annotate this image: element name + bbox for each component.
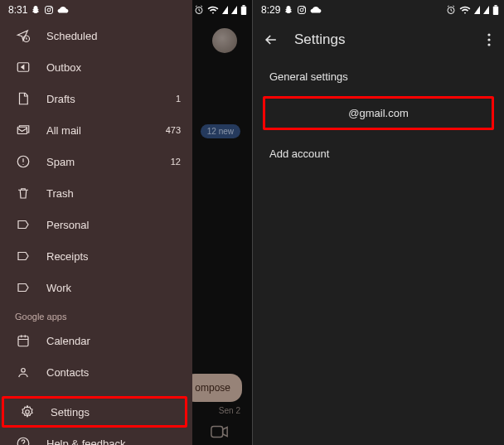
cloud-icon	[57, 6, 69, 14]
drawer-badge: 12	[171, 157, 181, 167]
alarm-icon	[446, 5, 456, 15]
svg-rect-6	[242, 5, 245, 7]
settings-account-email[interactable]: @gmail.com	[263, 96, 494, 130]
svg-point-12	[22, 369, 26, 373]
svg-point-21	[487, 33, 490, 36]
nav-drawer: Scheduled Outbox Drafts 1 All mail 473	[0, 0, 192, 445]
drawer-item-scheduled[interactable]: Scheduled	[0, 20, 192, 51]
gear-icon	[19, 404, 36, 419]
svg-point-23	[487, 43, 490, 46]
drawer-label: Settings	[51, 406, 173, 418]
drawer-item-drafts[interactable]: Drafts 1	[0, 83, 192, 114]
drawer-item-help[interactable]: Help & feedback	[0, 428, 192, 445]
phone-right: 8:29	[252, 0, 504, 445]
calendar-icon	[15, 333, 32, 348]
drawer-label: Outbox	[46, 61, 181, 74]
battery-icon	[492, 5, 499, 16]
help-icon	[15, 436, 32, 445]
drawer-item-spam[interactable]: Spam 12	[0, 146, 192, 177]
settings-label: @gmail.com	[348, 107, 408, 119]
trash-icon	[15, 186, 32, 201]
phone-left: 12 new ompose Sen 2 8:31	[0, 0, 252, 445]
svg-rect-19	[493, 6, 498, 14]
outbox-icon	[15, 60, 32, 75]
battery-icon	[240, 5, 247, 16]
wifi-icon	[207, 5, 219, 15]
drawer-label: Spam	[46, 156, 156, 168]
back-icon[interactable]	[263, 31, 279, 48]
spam-icon	[15, 154, 32, 169]
drawer-item-personal[interactable]: Personal	[0, 209, 192, 240]
drawer-item-receipts[interactable]: Receipts	[0, 240, 192, 272]
drawer-item-settings[interactable]: Settings	[2, 396, 187, 428]
snapchat-icon	[284, 5, 293, 15]
drawer-label: All mail	[46, 124, 151, 137]
svg-point-3	[51, 7, 52, 8]
label-icon	[15, 280, 32, 295]
drafts-icon	[15, 91, 32, 106]
more-icon[interactable]	[484, 30, 494, 50]
drawer-label: Receipts	[46, 250, 181, 263]
wifi-icon	[459, 5, 471, 15]
settings-label: General settings	[269, 70, 348, 83]
status-bar: 8:29	[253, 0, 504, 20]
drawer-section-google-apps: Google apps	[0, 303, 192, 325]
svg-rect-5	[241, 6, 246, 14]
svg-point-22	[487, 38, 490, 41]
instagram-icon	[297, 5, 307, 15]
drawer-label: Personal	[46, 219, 181, 231]
signal-icon-2	[483, 6, 489, 14]
snapchat-icon	[31, 5, 41, 15]
status-time: 8:29	[261, 4, 280, 16]
status-time: 8:31	[8, 4, 27, 16]
settings-header: Settings	[253, 20, 504, 60]
drawer-badge: 473	[166, 125, 181, 135]
drawer-label: Scheduled	[46, 30, 181, 42]
drawer-label: Work	[46, 282, 181, 294]
label-icon	[15, 217, 32, 232]
allmail-icon	[15, 123, 32, 138]
status-bar: 8:31	[0, 0, 252, 20]
scheduled-icon	[15, 28, 32, 43]
drawer-item-contacts[interactable]: Contacts	[0, 356, 192, 388]
signal-icon-1	[222, 6, 228, 14]
contacts-icon	[15, 365, 32, 380]
settings-general[interactable]: General settings	[253, 60, 504, 93]
instagram-icon	[44, 5, 54, 15]
svg-point-17	[304, 7, 305, 8]
drawer-label: Calendar	[46, 335, 181, 347]
svg-point-16	[300, 8, 303, 12]
page-title: Settings	[294, 31, 469, 48]
drawer-item-work[interactable]: Work	[0, 272, 192, 303]
drawer-label: Trash	[46, 187, 181, 200]
drawer-item-calendar[interactable]: Calendar	[0, 325, 192, 356]
settings-add-account[interactable]: Add account	[253, 137, 504, 170]
signal-icon-2	[231, 6, 237, 14]
svg-rect-9	[17, 127, 27, 133]
drawer-label: Drafts	[46, 93, 161, 105]
svg-rect-11	[18, 336, 28, 346]
svg-point-2	[47, 8, 51, 12]
drawer-badge: 1	[176, 94, 181, 104]
svg-rect-20	[494, 5, 497, 7]
drawer-item-outbox[interactable]: Outbox	[0, 51, 192, 83]
drawer-label: Contacts	[46, 366, 181, 379]
settings-label: Add account	[269, 148, 329, 160]
signal-icon-1	[474, 6, 480, 14]
svg-point-13	[26, 410, 30, 414]
label-icon	[15, 249, 32, 264]
cloud-icon	[310, 6, 322, 14]
settings-body: General settings @gmail.com Add account	[253, 60, 504, 170]
alarm-icon	[194, 5, 204, 15]
drawer-label: Help & feedback	[46, 438, 181, 446]
drawer-item-trash[interactable]: Trash	[0, 177, 192, 209]
drawer-item-allmail[interactable]: All mail 473	[0, 114, 192, 146]
